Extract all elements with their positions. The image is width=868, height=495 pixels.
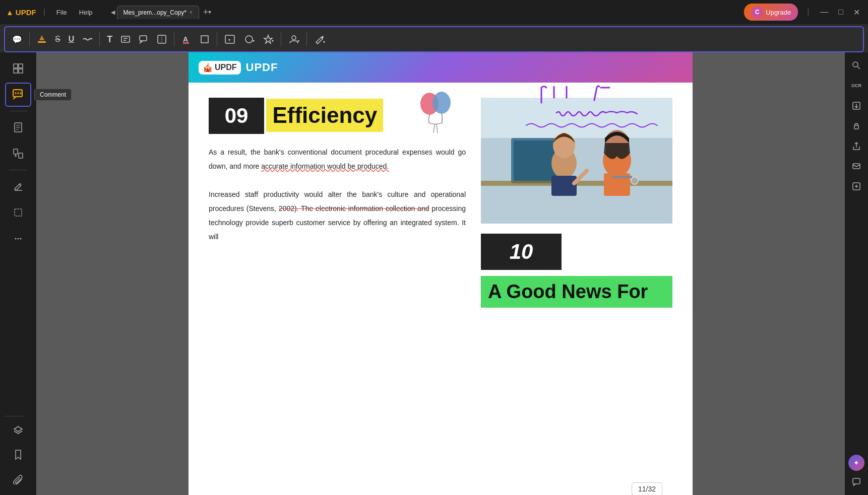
tab-label: Mes_prem...opy_Copy* — [123, 9, 187, 16]
shapes-btn[interactable]: ▾ — [240, 32, 258, 46]
svg-rect-4 — [140, 36, 147, 41]
title-bar-right: C Upgrade | — □ ✕ — [744, 4, 862, 21]
sidebar-item-thumbnail[interactable] — [5, 56, 31, 81]
right-protect-btn[interactable] — [847, 117, 865, 135]
sidebar-item-bookmarks[interactable] — [5, 443, 31, 467]
textbox-tool-btn[interactable] — [117, 32, 134, 46]
svg-text:▾: ▾ — [272, 39, 274, 43]
toolbar-sep-4 — [217, 32, 217, 46]
toolbar-sep-3 — [174, 32, 174, 46]
highlight-tool-btn[interactable] — [34, 32, 50, 46]
border-tool-btn[interactable]: ▾ — [221, 32, 238, 46]
title-bar: ▲ UPDF | File Help ◀ Mes_prem...opy_Copy… — [0, 0, 868, 24]
tab-close-btn[interactable]: × — [190, 10, 193, 15]
fill-color-btn[interactable] — [197, 32, 213, 46]
tab-dropdown-btn[interactable]: ▾ — [208, 9, 211, 16]
strikethrough-tool-btn[interactable]: S — [52, 33, 64, 46]
pen-btn[interactable]: ▾ — [311, 32, 328, 46]
pdf-area[interactable]: 🎪 UPDF UPDF 09 — [36, 52, 845, 495]
underline-tool-btn[interactable]: U — [66, 33, 78, 46]
maximize-button[interactable]: □ — [836, 6, 845, 19]
right-compress-btn[interactable] — [847, 177, 865, 195]
sidebar-item-layers[interactable] — [5, 418, 31, 443]
stamp-btn[interactable]: ▾ — [260, 32, 277, 46]
sidebar-item-comment[interactable]: Comment — [5, 83, 31, 107]
upgrade-label: Upgrade — [766, 9, 791, 16]
sidebar-item-crop[interactable] — [5, 200, 31, 225]
svg-rect-36 — [15, 209, 22, 216]
svg-line-42 — [433, 124, 435, 133]
user-avatar: C — [751, 6, 763, 18]
sidebar-item-organize[interactable] — [5, 142, 31, 166]
svg-rect-51 — [551, 176, 577, 196]
svg-point-26 — [20, 93, 22, 94]
svg-point-41 — [432, 92, 451, 114]
right-ai-btn[interactable]: ✦ — [848, 455, 864, 471]
sidebar-item-edit[interactable] — [5, 174, 31, 198]
toolbar-sep-2 — [99, 32, 100, 46]
tab-indicator: ◀ — [111, 9, 115, 16]
minimize-button[interactable]: — — [818, 6, 830, 19]
menu-help[interactable]: Help — [75, 7, 97, 18]
ai-icon: ✦ — [853, 459, 859, 467]
svg-rect-31 — [14, 149, 18, 154]
right-convert-btn[interactable] — [847, 97, 865, 115]
svg-text:▾: ▾ — [323, 40, 325, 44]
callout-tool-btn[interactable] — [136, 32, 152, 46]
page-counter: 11/32 — [632, 482, 662, 495]
menu-file[interactable]: File — [52, 7, 71, 18]
svg-rect-21 — [14, 69, 18, 73]
svg-point-38 — [18, 238, 19, 240]
sidebar-sep-3 — [5, 416, 23, 416]
right-panel: OCR ✦ — [845, 52, 868, 495]
squiggly-tool-btn[interactable] — [79, 32, 95, 46]
svg-rect-9 — [201, 36, 208, 43]
font-color-btn[interactable]: A — [178, 32, 195, 46]
toolbar-sep-1 — [29, 32, 30, 46]
header-logo-icon: 🎪 — [203, 63, 213, 73]
sidebar-item-tools[interactable] — [5, 227, 31, 251]
right-ocr-btn[interactable]: OCR — [847, 77, 865, 95]
right-chat-btn[interactable] — [847, 473, 865, 491]
upgrade-button[interactable]: C Upgrade — [744, 4, 798, 21]
user-btn[interactable]: ▾ — [285, 32, 302, 46]
pdf-header-banner: 🎪 UPDF UPDF — [189, 52, 693, 83]
tab-document[interactable]: Mes_prem...opy_Copy* × — [117, 6, 199, 19]
svg-text:A: A — [183, 35, 188, 43]
wm-sep: | — [807, 8, 809, 17]
sticker-tool-btn[interactable] — [154, 32, 170, 46]
good-news-heading: A Good News For — [481, 276, 672, 308]
right-email-btn[interactable] — [847, 157, 865, 175]
header-logo-text: UPDF — [215, 63, 237, 72]
sidebar-bottom — [5, 414, 31, 491]
comment-tool-btn[interactable]: 💬 — [9, 33, 25, 46]
page-number-09: 09 — [209, 98, 264, 134]
svg-rect-45 — [481, 98, 672, 138]
svg-point-12 — [245, 36, 253, 43]
title-sep: | — [43, 8, 45, 17]
office-photo-inner — [481, 98, 672, 224]
logo-text: UPDF — [16, 8, 36, 17]
svg-rect-8 — [183, 42, 189, 44]
comment-tooltip: Comment — [34, 89, 72, 101]
right-search-btn[interactable] — [847, 56, 865, 75]
svg-line-43 — [437, 124, 438, 133]
svg-rect-32 — [19, 153, 23, 158]
svg-text:▾: ▾ — [228, 38, 230, 42]
close-button[interactable]: ✕ — [851, 6, 862, 19]
tab-area: ◀ Mes_prem...opy_Copy* × + ▾ — [111, 6, 740, 19]
svg-rect-62 — [853, 164, 860, 169]
svg-point-58 — [853, 62, 858, 67]
svg-rect-22 — [19, 69, 23, 73]
svg-point-39 — [20, 238, 22, 240]
sidebar-item-pages[interactable] — [5, 115, 31, 139]
text-tool-btn[interactable]: T — [104, 32, 115, 47]
right-share-btn[interactable] — [847, 137, 865, 155]
sidebar-item-attachments[interactable] — [5, 467, 31, 491]
svg-rect-20 — [19, 64, 23, 68]
svg-rect-64 — [853, 478, 860, 484]
svg-point-16 — [292, 36, 296, 40]
tab-add-btn[interactable]: + — [203, 7, 209, 18]
svg-point-25 — [18, 93, 19, 94]
svg-text:▾: ▾ — [297, 39, 299, 43]
